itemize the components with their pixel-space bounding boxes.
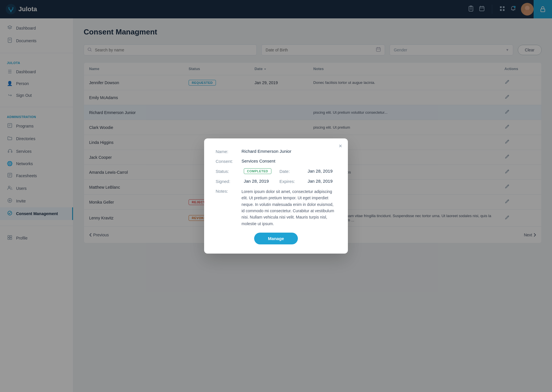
modal-status-col: Status: COMPLETED [216, 168, 273, 174]
modal-close-button[interactable]: × [339, 143, 342, 149]
modal-overlay[interactable]: × Name: Richard Emmerson Junior Consent:… [0, 0, 552, 392]
modal-status-badge: COMPLETED [244, 168, 271, 174]
modal-name-row: Name: Richard Emmerson Junior [216, 149, 336, 154]
modal-consent-row: Consent: Services Consent [216, 159, 336, 164]
manage-button[interactable]: Manage [254, 233, 298, 244]
modal-signed-col: Signed: Jan 28, 2019 [216, 179, 273, 184]
modal-notes-text: Lorem ipsum dolor sit amet, consectetur … [241, 188, 336, 227]
modal-expires-col: Expires: Jan 28, 2019 [279, 179, 336, 184]
modal-date-value: Jan 28, 2019 [308, 169, 336, 173]
modal-expires-value: Jan 28, 2019 [308, 179, 336, 184]
modal-name-label: Name: [216, 149, 241, 154]
modal-status-date-row: Status: COMPLETED Date: Jan 28, 2019 [216, 168, 336, 174]
modal-date-col: Date: Jan 28, 2019 [279, 168, 336, 174]
modal-consent-value: Services Consent [241, 159, 336, 164]
modal-signed-value: Jan 28, 2019 [244, 179, 273, 184]
modal-notes-label: Notes: [216, 188, 241, 194]
modal-name-value: Richard Emmerson Junior [241, 149, 336, 154]
modal-signed-label: Signed: [216, 179, 241, 184]
modal-date-label: Date: [279, 169, 305, 174]
modal-signed-expires-row: Signed: Jan 28, 2019 Expires: Jan 28, 20… [216, 179, 336, 184]
modal-notes-row: Notes: Lorem ipsum dolor sit amet, conse… [216, 188, 336, 227]
modal-consent-label: Consent: [216, 159, 241, 164]
modal-status-label: Status: [216, 169, 241, 174]
modal-expires-label: Expires: [279, 179, 305, 184]
consent-detail-modal: × Name: Richard Emmerson Junior Consent:… [204, 138, 348, 254]
